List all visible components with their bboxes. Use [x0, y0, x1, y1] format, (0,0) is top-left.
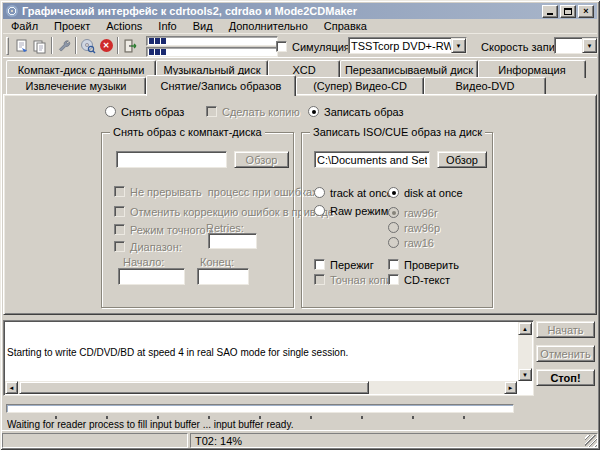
raw96r-radio[interactable]: raw96r: [388, 206, 438, 219]
horizontal-scrollbar[interactable]: ◄ ►: [5, 381, 517, 394]
exit-door-icon: [122, 38, 138, 54]
range-start-label: Начало:: [123, 255, 164, 268]
read-path-input[interactable]: [116, 151, 227, 168]
tab-row-2: Извлечение музыки Снятие/Запись образов …: [6, 77, 546, 94]
stop-button[interactable]: Стоп!: [536, 369, 595, 386]
raw16-radio[interactable]: raw16: [388, 236, 434, 249]
checkbox-box: [314, 259, 325, 270]
minimize-button[interactable]: [542, 5, 558, 18]
range-end-input[interactable]: [197, 268, 249, 285]
fifo-progressbar: [146, 36, 278, 46]
range-checkbox[interactable]: Диапазон:: [114, 240, 182, 253]
write-image-group-title: Записать ISO/CUE образ на диск: [310, 126, 485, 138]
checkbox-box: [114, 186, 125, 197]
tab-information[interactable]: Информация: [478, 60, 586, 78]
read-image-radio[interactable]: Снять образ: [105, 105, 184, 118]
window-title: Графический интерфейс к cdrtools2, cdrda…: [22, 5, 540, 17]
toolbar-grip[interactable]: [6, 37, 9, 55]
statusbar: T02: 14%: [2, 430, 598, 448]
exit-button[interactable]: [121, 36, 139, 55]
toolbar-separator: [117, 37, 119, 54]
vertical-scrollbar[interactable]: ▲ ▼: [518, 322, 532, 381]
simulation-checkbox[interactable]: Симуляция: [276, 40, 350, 53]
drive-select[interactable]: TSSTcorp DVD+-RW TS-L6: ▼: [348, 37, 467, 54]
menubar: Файл Проект Actions Info Вид Дополнитель…: [3, 19, 597, 33]
menu-item-actions[interactable]: Actions: [98, 20, 150, 32]
speed-select[interactable]: ▼: [554, 37, 598, 54]
resize-grip[interactable]: [585, 435, 597, 447]
checkbox-box: [114, 241, 125, 252]
tab-data-cd[interactable]: Компакт-диск с данными: [6, 60, 156, 78]
raw-mode-radio[interactable]: Raw режим:: [314, 204, 391, 217]
write-image-group: Записать ISO/CUE образ на диск Обзор tra…: [301, 132, 493, 308]
menu-item-file[interactable]: Файл: [3, 20, 46, 32]
radio-circle: [388, 222, 399, 233]
progress-segment: [149, 49, 154, 55]
scroll-right-icon[interactable]: ►: [504, 381, 517, 394]
write-browse-button[interactable]: Обзор: [437, 151, 487, 168]
menu-item-extra[interactable]: Дополнительно: [221, 20, 316, 32]
read-image-group: Снять образ с компакт-диска Обзор Не пре…: [101, 132, 294, 308]
chevron-down-icon[interactable]: ▼: [451, 38, 466, 53]
menu-item-info[interactable]: Info: [150, 20, 184, 32]
progress-segment: [155, 38, 160, 44]
settings-button[interactable]: [55, 36, 73, 55]
document-arrow-icon: [14, 38, 30, 54]
exact-copy-checkbox[interactable]: Точная копия: [314, 273, 398, 286]
checkbox-box: [276, 41, 287, 52]
tab-read-write-images[interactable]: Снятие/Запись образов: [146, 75, 296, 96]
burn-image-button[interactable]: [13, 36, 31, 55]
log-line: Starting to write CD/DVD/BD at speed 4 i…: [7, 347, 516, 359]
chevron-down-icon[interactable]: ▼: [582, 38, 597, 53]
track-at-once-radio[interactable]: track at once: [314, 186, 393, 199]
radio-circle: [388, 187, 399, 198]
menu-item-view[interactable]: Вид: [185, 20, 221, 32]
tab-rewritable-disc[interactable]: Перезаписываемый диск: [340, 60, 478, 78]
no-interrupt-checkbox[interactable]: Не прерывать процесс при ошибках: [114, 185, 318, 198]
simulation-label: Симуляция: [292, 41, 350, 53]
exact-mode-checkbox[interactable]: Режим точного к.: [114, 223, 217, 236]
toolbar: ✕ Симуляция TSSTcorp DVD+-RW TS-L6: ▼ Ск…: [3, 33, 597, 58]
overburn-checkbox[interactable]: Пережиг: [314, 258, 374, 271]
status-pane-track: T02: 14%: [190, 433, 598, 448]
close-button[interactable]: ×: [578, 5, 594, 18]
write-image-radio[interactable]: Записать образ: [308, 105, 404, 118]
progress-segment: [161, 38, 166, 44]
checkbox-box: [388, 259, 399, 270]
scroll-up-icon[interactable]: ▲: [518, 322, 532, 335]
menu-item-help[interactable]: Справка: [316, 20, 375, 32]
verify-checkbox[interactable]: Проверить: [388, 258, 459, 271]
write-path-input[interactable]: [314, 151, 430, 168]
cd-text-checkbox[interactable]: CD-текст: [388, 273, 450, 286]
make-copy-checkbox[interactable]: Сделать копию: [206, 105, 300, 118]
copy-disc-button[interactable]: [31, 36, 49, 55]
disc-info-button[interactable]: [79, 36, 97, 55]
progress-segment: [149, 38, 154, 44]
tab-panel: Снять образ Сделать копию Записать образ…: [3, 94, 597, 315]
read-image-group-title: Снять образ с компакт-диска: [110, 126, 265, 138]
start-button[interactable]: Начать: [536, 321, 595, 338]
tab-super-video-cd[interactable]: (Супер) Видео-CD: [296, 77, 424, 94]
checkbox-box: [206, 106, 217, 117]
log-output[interactable]: Starting to write CD/DVD/BD at speed 4 i…: [3, 320, 534, 396]
scroll-left-icon[interactable]: ◄: [5, 381, 18, 394]
disk-at-once-radio[interactable]: disk at once: [388, 186, 463, 199]
read-browse-button[interactable]: Обзор: [234, 151, 289, 168]
maximize-icon: [564, 8, 572, 15]
tab-rip-audio[interactable]: Извлечение музыки: [6, 77, 146, 94]
progress-ticks: [6, 416, 514, 419]
radio-circle: [314, 187, 325, 198]
scrollbar-thumb[interactable]: [19, 381, 369, 394]
abort-button[interactable]: ✕: [97, 36, 115, 55]
track-progressbar: [6, 404, 514, 413]
cancel-button[interactable]: Отменить: [536, 345, 595, 362]
maximize-button[interactable]: [560, 5, 576, 18]
raw96p-radio[interactable]: raw96p: [388, 221, 440, 234]
tab-video-dvd[interactable]: Видео-DVD: [424, 77, 546, 94]
scroll-down-icon[interactable]: ▼: [518, 368, 532, 381]
range-start-input[interactable]: [118, 268, 185, 285]
retries-input[interactable]: [208, 233, 257, 249]
menu-item-project[interactable]: Проект: [46, 20, 98, 32]
titlebar[interactable]: Графический интерфейс к cdrtools2, cdrda…: [3, 3, 597, 19]
minimize-icon: [547, 13, 553, 15]
